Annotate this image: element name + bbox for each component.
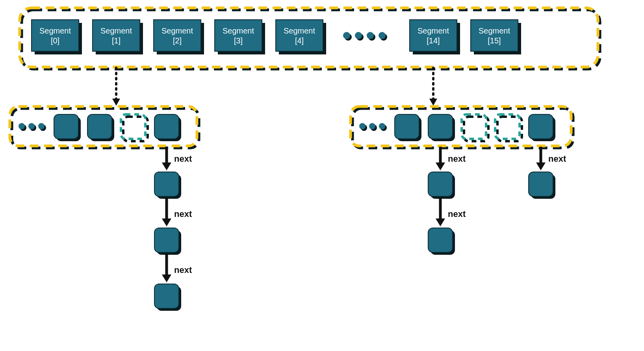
segment-14: Segment [14] xyxy=(410,20,460,54)
segment-index: [14] xyxy=(427,36,440,45)
svg-rect-9 xyxy=(215,20,262,51)
bucket-slot-empty xyxy=(462,114,488,141)
svg-point-49 xyxy=(369,123,375,129)
svg-rect-56 xyxy=(464,117,488,141)
bucket-slot-head xyxy=(154,114,181,141)
svg-rect-58 xyxy=(497,117,522,141)
segment-label: Segment xyxy=(39,26,71,35)
chain-right-b: next xyxy=(529,147,566,199)
svg-marker-78 xyxy=(536,162,546,170)
list-node xyxy=(428,228,453,252)
svg-point-15 xyxy=(355,32,362,39)
svg-marker-27 xyxy=(429,99,437,106)
bucket-slot xyxy=(395,114,421,141)
svg-marker-63 xyxy=(162,162,171,170)
svg-rect-11 xyxy=(276,20,323,51)
svg-point-35 xyxy=(38,123,45,129)
next-label: next xyxy=(174,154,192,164)
segment-1: Segment [1] xyxy=(93,20,143,54)
list-node xyxy=(154,284,179,308)
segment-index: [4] xyxy=(295,36,304,45)
svg-rect-3 xyxy=(32,20,79,51)
next-label: next xyxy=(548,154,566,164)
arrow-seg1-to-bucket xyxy=(112,68,120,106)
svg-rect-23 xyxy=(471,20,518,51)
svg-rect-5 xyxy=(93,20,140,51)
svg-rect-43 xyxy=(154,114,179,139)
segment-index: [15] xyxy=(488,36,501,45)
svg-rect-59 xyxy=(495,114,520,139)
segment-array: Segment [0] Segment [1] Segment [2] Segm… xyxy=(32,20,521,54)
list-node xyxy=(529,172,553,196)
segment-15: Segment [15] xyxy=(471,20,521,54)
bucket-slot xyxy=(54,114,81,141)
segment-label: Segment xyxy=(479,26,510,35)
svg-point-33 xyxy=(28,123,35,129)
svg-marker-69 xyxy=(162,274,171,282)
list-node xyxy=(428,172,453,196)
segment-2: Segment [2] xyxy=(154,20,204,54)
svg-rect-21 xyxy=(410,20,457,51)
svg-marker-25 xyxy=(112,99,120,106)
segment-index: [1] xyxy=(112,36,121,45)
svg-rect-57 xyxy=(462,114,486,139)
bucket-slot xyxy=(87,114,114,141)
ellipsis-icon xyxy=(19,123,46,131)
svg-rect-39 xyxy=(87,114,112,139)
chain-right-a: next next xyxy=(428,147,466,255)
segment-4: Segment [4] xyxy=(276,20,326,54)
svg-point-17 xyxy=(367,32,374,39)
svg-point-31 xyxy=(19,123,25,129)
bucket-slot-head xyxy=(529,114,555,141)
segment-label: Segment xyxy=(284,26,315,35)
next-label: next xyxy=(448,209,466,219)
svg-marker-75 xyxy=(436,218,445,226)
bucket-slot-empty xyxy=(495,114,522,141)
ellipsis-icon xyxy=(359,123,387,131)
bucket-right xyxy=(351,106,573,148)
segment-index: [0] xyxy=(51,36,59,45)
chain-left: next next next xyxy=(154,147,192,311)
svg-point-47 xyxy=(359,123,366,129)
arrow-seg14-to-bucket xyxy=(429,68,437,106)
segment-index: [2] xyxy=(173,36,182,45)
next-label: next xyxy=(448,154,466,164)
segment-label: Segment xyxy=(223,26,254,35)
next-label: next xyxy=(174,209,192,219)
list-node xyxy=(154,172,179,196)
svg-rect-7 xyxy=(154,20,201,51)
svg-point-19 xyxy=(379,32,386,39)
segment-label: Segment xyxy=(161,26,193,35)
bucket-left xyxy=(10,106,199,148)
svg-rect-41 xyxy=(121,114,145,139)
bucket-slot-empty xyxy=(121,114,148,141)
segment-label: Segment xyxy=(100,26,132,35)
svg-rect-53 xyxy=(395,114,419,139)
svg-point-13 xyxy=(343,32,350,39)
svg-rect-37 xyxy=(54,114,78,139)
svg-point-51 xyxy=(379,123,385,129)
next-label: next xyxy=(174,265,192,275)
bucket-slot-head xyxy=(428,114,455,141)
segment-3: Segment [3] xyxy=(215,20,265,54)
segment-label: Segment xyxy=(418,26,449,35)
svg-rect-61 xyxy=(529,114,553,139)
segment-index: [3] xyxy=(234,36,243,45)
ellipsis-icon xyxy=(343,32,387,41)
list-node xyxy=(154,228,179,252)
svg-rect-40 xyxy=(123,117,148,141)
segment-0: Segment [0] xyxy=(32,20,82,54)
svg-rect-55 xyxy=(428,114,453,139)
svg-marker-66 xyxy=(162,218,171,226)
svg-marker-72 xyxy=(436,162,445,170)
